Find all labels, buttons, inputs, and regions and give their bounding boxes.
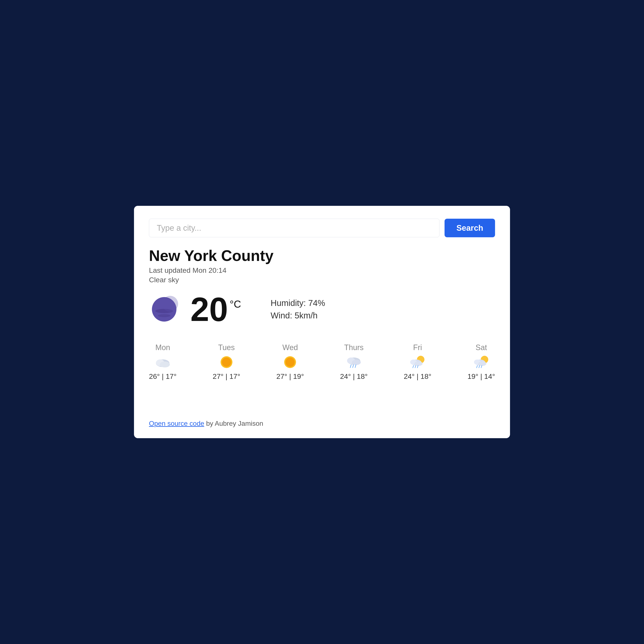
svg-point-3 <box>162 296 178 312</box>
city-name: New York County <box>149 247 495 264</box>
svg-point-27 <box>478 362 486 366</box>
current-weather-icon <box>149 292 183 326</box>
forecast-day-wed: Wed 27° | 19° <box>276 343 304 381</box>
svg-point-2 <box>158 314 171 317</box>
svg-point-10 <box>285 357 295 367</box>
svg-point-20 <box>414 362 423 366</box>
svg-line-23 <box>417 366 418 368</box>
forecast-icon-thurs <box>345 356 362 368</box>
svg-point-6 <box>160 362 170 367</box>
forecast-temps-mon: 26° | 17° <box>149 372 177 381</box>
forecast-day-mon: Mon 26° | 17° <box>149 343 177 381</box>
forecast-day-name-tues: Tues <box>218 343 235 352</box>
forecast-icon-sat <box>473 356 490 368</box>
forecast-temps-wed: 27° | 19° <box>276 372 304 381</box>
open-source-link[interactable]: Open source code <box>149 420 204 427</box>
forecast-day-sat: Sat 19° | 14° <box>467 343 495 381</box>
svg-point-8 <box>222 357 231 367</box>
last-updated: Last updated Mon 20:14 <box>149 266 495 274</box>
forecast-day-name-mon: Mon <box>155 343 170 352</box>
humidity-text: Humidity: 74% <box>271 298 325 308</box>
svg-line-29 <box>479 366 480 368</box>
wind-text: Wind: 5km/h <box>271 311 325 320</box>
current-weather-section: 20 °C Humidity: 74% Wind: 5km/h <box>149 292 495 326</box>
forecast-icon-mon <box>154 356 171 368</box>
forecast-temps-sat: 19° | 14° <box>467 372 495 381</box>
svg-line-16 <box>355 365 356 368</box>
condition-text: Clear sky <box>149 276 495 284</box>
svg-line-28 <box>476 366 477 368</box>
forecast-icon-tues <box>218 356 235 368</box>
forecast-icon-wed <box>282 356 299 368</box>
temperature-value: 20 <box>190 292 228 326</box>
search-button[interactable]: Search <box>445 219 495 237</box>
footer-author: by Aubrey Jamison <box>204 420 263 427</box>
forecast-temps-thurs: 24° | 18° <box>340 372 368 381</box>
svg-line-15 <box>353 365 353 368</box>
forecast-day-name-fri: Fri <box>413 343 422 352</box>
weather-details: Humidity: 74% Wind: 5km/h <box>271 298 325 320</box>
forecast-temps-tues: 27° | 17° <box>213 372 240 381</box>
svg-line-22 <box>415 366 416 368</box>
search-input[interactable] <box>149 219 439 237</box>
forecast-day-fri: Fri 24° | 18° <box>404 343 431 381</box>
forecast-row: Mon 26° | 17° Tues 27° <box>149 339 495 381</box>
forecast-day-name-wed: Wed <box>282 343 298 352</box>
forecast-icon-fri <box>409 356 426 368</box>
svg-point-13 <box>352 360 361 365</box>
forecast-temps-fri: 24° | 18° <box>404 372 431 381</box>
weather-card: Search New York County Last updated Mon … <box>134 206 510 438</box>
svg-line-30 <box>481 366 482 368</box>
forecast-day-thurs: Thurs 24° | 18° <box>340 343 368 381</box>
svg-line-14 <box>350 365 351 368</box>
search-row: Search <box>149 219 495 237</box>
temperature-unit: °C <box>230 298 241 310</box>
temperature-display: 20 °C <box>190 292 241 326</box>
forecast-day-name-thurs: Thurs <box>344 343 364 352</box>
svg-line-21 <box>413 366 414 368</box>
footer: Open source code by Aubrey Jamison <box>149 418 495 427</box>
forecast-day-name-sat: Sat <box>476 343 487 352</box>
forecast-day-tues: Tues 27° | 17° <box>213 343 240 381</box>
